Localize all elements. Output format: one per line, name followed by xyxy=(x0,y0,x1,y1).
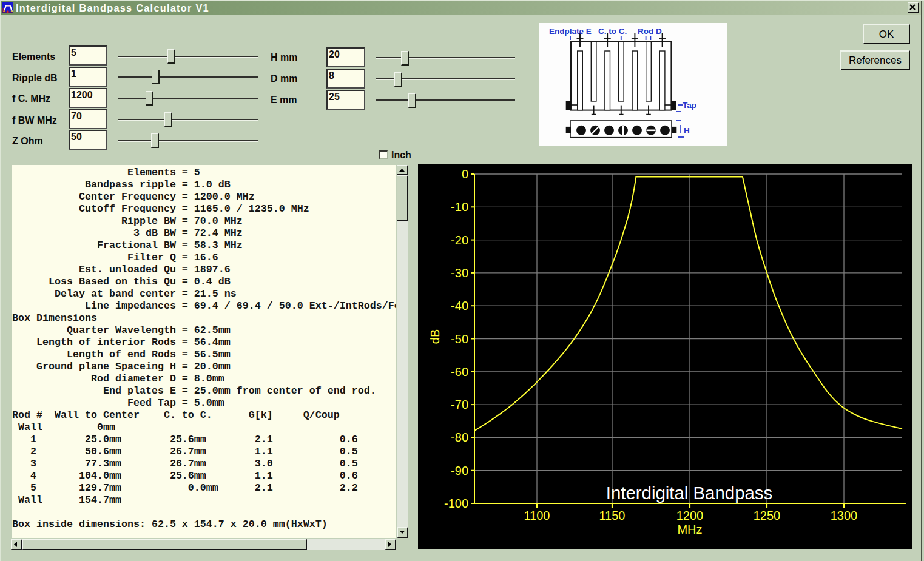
svg-text:H: H xyxy=(684,126,690,135)
svg-text:-90: -90 xyxy=(451,464,468,477)
svg-text:Endplate E: Endplate E xyxy=(549,27,592,36)
svg-text:1100: 1100 xyxy=(524,509,550,522)
svg-text:1200: 1200 xyxy=(676,509,704,522)
svg-text:C. to C.: C. to C. xyxy=(598,27,627,36)
svg-text:Rod D: Rod D xyxy=(638,27,662,36)
svg-text:-20: -20 xyxy=(451,233,468,247)
svg-text:-60: -60 xyxy=(451,365,468,378)
svg-text:Tap: Tap xyxy=(683,101,696,110)
svg-text:0: 0 xyxy=(462,167,468,181)
svg-text:1300: 1300 xyxy=(831,509,858,522)
svg-text:-10: -10 xyxy=(451,200,468,213)
svg-text:-100: -100 xyxy=(444,497,468,510)
svg-text:-70: -70 xyxy=(451,398,468,411)
svg-text:dB: dB xyxy=(428,329,442,344)
svg-text:Interdigital Bandpass: Interdigital Bandpass xyxy=(606,483,773,503)
svg-text:MHz: MHz xyxy=(677,523,702,536)
svg-text:-30: -30 xyxy=(451,266,468,280)
svg-text:-40: -40 xyxy=(451,299,468,312)
svg-text:1250: 1250 xyxy=(754,509,781,522)
svg-text:-50: -50 xyxy=(451,332,468,346)
svg-text:-80: -80 xyxy=(451,431,468,444)
svg-text:1150: 1150 xyxy=(599,509,625,522)
